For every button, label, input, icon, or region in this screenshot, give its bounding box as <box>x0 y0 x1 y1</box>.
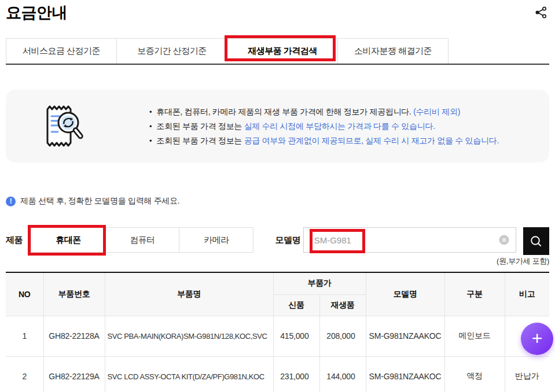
tab-bar: 서비스요금 산정기준 보증기간 산정기준 재생부품 가격검색 소비자분쟁 해결기… <box>6 38 549 65</box>
product-button-camera[interactable]: 카메라 <box>179 227 253 253</box>
col-header-part-no: 부품번호 <box>43 272 105 316</box>
search-icon <box>530 235 543 248</box>
search-form: 제품 휴대폰 컴퓨터 카메라 모델명 <box>6 227 549 255</box>
info-icon: ! <box>6 197 16 206</box>
bullet-icon: • <box>149 134 152 148</box>
share-button[interactable] <box>534 6 548 20</box>
product-button-computer[interactable]: 컴퓨터 <box>105 227 179 253</box>
cell-model: SM-G981NZAAKOC <box>366 316 444 356</box>
bullet-text: 휴대폰, 컴퓨터, 카메라 제품의 재생 부품 가격에 한해 정보가 제공됩니다… <box>156 107 413 116</box>
info-bullet: • 조회된 부품 가격 정보는 실제 수리 시점에 부담하시는 가격과 다를 수… <box>149 119 499 134</box>
info-bullet: • 조회된 부품 가격 정보는 공급 여부와 관계없이 제공되므로, 실제 수리… <box>149 134 499 148</box>
page-title: 요금안내 <box>6 2 67 23</box>
info-panel: • 휴대폰, 컴퓨터, 카메라 제품의 재생 부품 가격에 한해 정보가 제공됩… <box>6 90 549 162</box>
tab-warranty-period[interactable]: 보증기간 산정기준 <box>116 38 227 64</box>
col-header-note: 비고 <box>505 272 549 316</box>
unit-note: (원,부가세 포함) <box>497 256 549 267</box>
cell-price-new: 415,000 <box>273 316 319 356</box>
cell-part-no: GH82-22129A <box>43 356 105 392</box>
clear-icon[interactable] <box>499 235 509 245</box>
cell-part-name: SVC LCD ASSY-OCTA KIT(D/ZA/PF)G981N,KOC <box>105 356 273 392</box>
bullet-icon: • <box>149 119 152 134</box>
notice-text: 제품 선택 후, 정확한 모델명을 입력해 주세요. <box>20 196 179 206</box>
plus-icon: + <box>532 329 543 347</box>
page: 요금안내 서비스요금 산정기준 보증기간 산정기준 재생부품 가격검색 소비자분… <box>0 0 555 392</box>
col-header-part-name: 부품명 <box>105 272 273 316</box>
cell-no: 2 <box>6 356 43 392</box>
model-input-wrap <box>303 227 516 253</box>
col-header-model: 모델명 <box>366 272 444 316</box>
product-label: 제품 <box>6 227 31 253</box>
bullet-text: 조회된 부품 가격 정보는 <box>156 136 244 145</box>
col-header-price-new: 신품 <box>273 294 319 316</box>
search-button[interactable] <box>523 227 549 255</box>
tab-refurb-part-search[interactable]: 재생부품 가격검색 <box>227 38 338 64</box>
cell-category: 액정 <box>444 356 505 392</box>
info-bullet: • 휴대폰, 컴퓨터, 카메라 제품의 재생 부품 가격에 한해 정보가 제공됩… <box>149 105 499 119</box>
cell-price-refurb: 208,000 <box>319 316 366 356</box>
cell-no: 1 <box>6 316 43 356</box>
col-header-price-group: 부품가 <box>273 272 366 294</box>
notice: ! 제품 선택 후, 정확한 모델명을 입력해 주세요. <box>6 196 179 206</box>
tab-service-fee[interactable]: 서비스요금 산정기준 <box>6 38 117 64</box>
product-button-group: 휴대폰 컴퓨터 카메라 <box>31 227 253 253</box>
bullet-highlight: 실제 수리 시점에 부담하시는 가격과 다를 수 있습니다. <box>244 121 435 131</box>
bullet-highlight: 공급 여부와 관계없이 제공되므로, 실제 수리 시 재고가 없을 수 있습니다… <box>244 136 499 145</box>
cell-part-no: GH82-22128A <box>43 316 105 356</box>
cell-part-name: SVC PBA-MAIN(KORA)SM-G981N/128,KOC,SVC <box>105 316 273 356</box>
tab-consumer-dispute[interactable]: 소비자분쟁 해결기준 <box>337 38 449 64</box>
table-row: 1 GH82-22128A SVC PBA-MAIN(KORA)SM-G981N… <box>6 316 549 356</box>
model-label: 모델명 <box>275 227 303 253</box>
cell-note: 반납가 <box>505 356 549 392</box>
cell-price-refurb: 144,000 <box>319 356 366 392</box>
col-header-price-refurb: 재생품 <box>319 294 366 316</box>
share-icon <box>534 6 548 20</box>
bullet-text: 조회된 부품 가격 정보는 <box>156 121 244 131</box>
receipt-search-icon <box>36 99 89 153</box>
info-bullet-list: • 휴대폰, 컴퓨터, 카메라 제품의 재생 부품 가격에 한해 정보가 제공됩… <box>149 105 499 148</box>
bullet-icon: • <box>149 105 152 119</box>
model-input[interactable] <box>303 227 516 253</box>
parts-table: NO 부품번호 부품명 부품가 모델명 구분 비고 신품 재생품 1 GH82-… <box>6 272 549 392</box>
fab-add-button[interactable]: + <box>521 323 553 355</box>
cell-category: 메인보드 <box>444 316 505 356</box>
bullet-highlight: (수리비 제외) <box>413 107 460 116</box>
table-row: 2 GH82-22129A SVC LCD ASSY-OCTA KIT(D/ZA… <box>6 356 549 392</box>
product-button-phone[interactable]: 휴대폰 <box>31 227 105 253</box>
col-header-category: 구분 <box>444 272 505 316</box>
cell-model: SM-G981NZAAKOC <box>366 356 444 392</box>
cell-price-new: 231,000 <box>273 356 319 392</box>
col-header-no: NO <box>6 272 43 316</box>
